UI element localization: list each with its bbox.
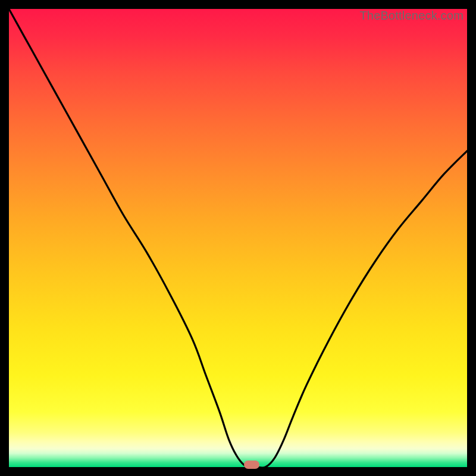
watermark-text: TheBottleneck.com xyxy=(359,9,464,23)
bottleneck-curve-path xyxy=(9,9,467,467)
minimum-marker xyxy=(244,461,259,469)
curve-layer xyxy=(9,9,467,467)
plot-area: TheBottleneck.com xyxy=(9,9,467,467)
chart-frame: TheBottleneck.com xyxy=(0,0,476,476)
